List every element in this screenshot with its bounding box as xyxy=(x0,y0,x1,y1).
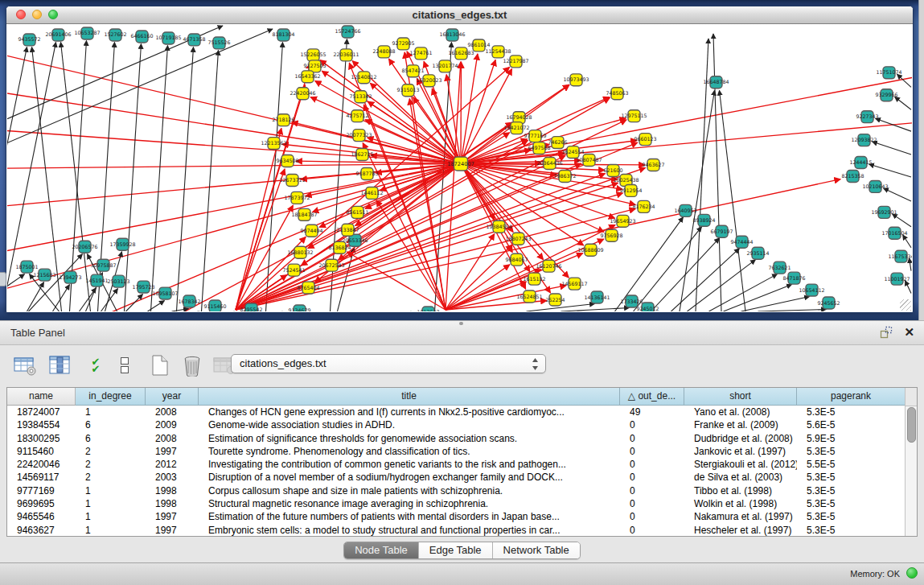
network-node[interactable]: 10654112 xyxy=(799,284,824,296)
network-node[interactable]: 621600 xyxy=(603,165,622,177)
column-header-year[interactable]: year xyxy=(146,388,199,406)
network-node[interactable]: 2935114 xyxy=(746,247,769,259)
table-mode-icon[interactable] xyxy=(11,352,39,379)
vertical-scrollbar[interactable] xyxy=(905,388,917,536)
memory-ok-indicator[interactable] xyxy=(906,567,918,579)
network-edge[interactable] xyxy=(126,295,143,311)
network-node[interactable]: 16648784 xyxy=(703,76,729,89)
network-node[interactable]: 6679197 xyxy=(710,225,733,237)
network-node[interactable]: 7986372 xyxy=(553,170,576,182)
network-node[interactable]: 17016504 xyxy=(881,227,907,239)
network-node[interactable]: 1640953 xyxy=(674,204,696,216)
network-node[interactable]: 9115460 xyxy=(203,300,226,311)
table-selector[interactable]: citations_edges.txt xyxy=(231,354,546,373)
network-edge[interactable] xyxy=(202,50,219,311)
table-row[interactable]: 969969511998Structural magnetic resonanc… xyxy=(7,497,906,510)
column-header-pagerank[interactable]: pagerank xyxy=(797,388,906,406)
network-edge[interactable] xyxy=(869,164,912,177)
network-node[interactable]: 9134679 xyxy=(288,305,310,311)
network-node[interactable]: 7524541 xyxy=(282,264,305,276)
panel-collapse-notch[interactable] xyxy=(0,272,6,286)
network-node[interactable]: 12140812 xyxy=(351,72,376,84)
network-node[interactable]: 16162683 xyxy=(448,47,474,60)
network-node[interactable]: 11675334 xyxy=(888,250,912,262)
network-edge[interactable] xyxy=(236,128,281,310)
column-header-title[interactable]: title xyxy=(199,388,620,406)
network-node[interactable]: 2718126 xyxy=(272,114,294,126)
network-node[interactable]: 30975887 xyxy=(90,259,116,271)
network-node[interactable]: 252254 xyxy=(545,294,565,306)
network-node[interactable]: 7515526 xyxy=(207,37,230,49)
network-node[interactable]: 8547421 xyxy=(401,65,424,77)
network-node[interactable]: 13201774 xyxy=(432,60,458,72)
network-edge[interactable] xyxy=(61,42,91,311)
create-column-icon[interactable] xyxy=(146,352,174,379)
network-node[interactable]: 1527602 xyxy=(104,29,126,41)
network-node[interactable]: 20691406 xyxy=(45,29,71,41)
network-canvas[interactable]: 9435572206914061065328715276026466160107… xyxy=(7,24,912,311)
network-node[interactable]: 10653287 xyxy=(74,27,100,39)
network-edge[interactable] xyxy=(893,214,912,227)
column-header-in_degree[interactable]: in_degree xyxy=(76,388,146,406)
network-node[interactable]: 9187783 xyxy=(355,168,378,180)
network-node[interactable]: 12213563 xyxy=(261,138,286,150)
network-edge[interactable] xyxy=(151,45,168,311)
network-node[interactable]: 9329966 xyxy=(875,89,897,101)
network-node[interactable]: 7632621 xyxy=(768,262,791,274)
table-row[interactable]: 1938455462009Genome-wide association stu… xyxy=(7,418,906,431)
network-node[interactable]: 9272905 xyxy=(392,38,414,50)
network-node[interactable]: 20206576 xyxy=(72,241,97,253)
table-row[interactable]: 1456911722003Disruption of a novel membe… xyxy=(7,471,906,484)
network-node[interactable]: 8938924 xyxy=(692,214,715,226)
network-node[interactable]: 10210643 xyxy=(862,180,888,192)
network-edge[interactable] xyxy=(320,60,461,164)
table-row[interactable]: 911546021997Tourette syndrome. Phenomeno… xyxy=(7,445,906,458)
network-node[interactable]: 1615132 xyxy=(523,273,545,285)
network-edge[interactable] xyxy=(910,258,912,271)
network-node[interactable]: 10719185 xyxy=(155,32,181,44)
column-visibility-icon[interactable] xyxy=(47,352,74,379)
column-header-short[interactable]: short xyxy=(684,388,797,406)
network-node[interactable]: 8176234 xyxy=(632,200,655,212)
tab-node-table[interactable]: Node Table xyxy=(344,542,419,558)
network-node[interactable]: 9463627 xyxy=(642,159,664,171)
network-window-titlebar[interactable]: citations_edges.txt xyxy=(6,6,913,24)
network-node[interactable]: 6466160 xyxy=(130,31,153,43)
table-row[interactable]: 1872400712008Changes of HCN gene express… xyxy=(7,406,906,418)
network-node[interactable]: 20077323 xyxy=(346,130,372,142)
show-columns-checks-icon[interactable]: ✔✔ xyxy=(82,352,109,379)
network-node[interactable]: 16813046 xyxy=(439,29,465,41)
network-node[interactable]: 4671358 xyxy=(183,34,205,46)
network-node[interactable]: 1274761 xyxy=(409,47,432,60)
table-row[interactable]: 2242004622012Investigating the contribut… xyxy=(7,458,906,471)
table-row[interactable]: 977716911998Corpus callosum shape and si… xyxy=(7,484,906,497)
tab-edge-table[interactable]: Edge Table xyxy=(419,542,493,558)
network-node[interactable]: 9245652 xyxy=(817,297,840,309)
network-edge[interactable] xyxy=(615,217,684,311)
network-edge[interactable] xyxy=(903,235,912,248)
network-node[interactable]: 16958107 xyxy=(152,287,178,299)
network-node[interactable]: 1215683 xyxy=(33,269,55,281)
network-node[interactable]: 11751074 xyxy=(876,67,901,79)
network-node[interactable]: 7513342 xyxy=(349,91,372,103)
network-node[interactable]: 9227343 xyxy=(856,111,878,123)
table-row[interactable]: 946362711997Embryonic stem cells: a mode… xyxy=(7,524,906,537)
network-node[interactable]: 10973493 xyxy=(563,74,589,86)
network-edge[interactable] xyxy=(895,97,912,109)
scrollbar-thumb[interactable] xyxy=(907,407,916,443)
network-edge[interactable] xyxy=(906,281,912,294)
hide-columns-boxes-icon[interactable] xyxy=(111,352,138,379)
network-node[interactable]: 1813647 xyxy=(417,307,439,311)
network-node[interactable]: 8181304 xyxy=(272,29,294,41)
network-node[interactable]: 1451941 xyxy=(85,274,108,286)
network-node[interactable]: 22036011 xyxy=(333,49,359,61)
network-edge[interactable] xyxy=(884,188,912,201)
panel-sash-handle[interactable] xyxy=(459,322,463,325)
tab-network-table[interactable]: Network Table xyxy=(493,542,580,558)
network-edge[interactable] xyxy=(177,47,194,311)
network-node[interactable]: 9435572 xyxy=(18,34,40,46)
network-edge[interactable] xyxy=(7,274,25,311)
network-node[interactable]: 18184787 xyxy=(291,208,317,220)
resize-grip-icon[interactable] xyxy=(900,299,911,311)
network-edge[interactable] xyxy=(7,164,461,169)
